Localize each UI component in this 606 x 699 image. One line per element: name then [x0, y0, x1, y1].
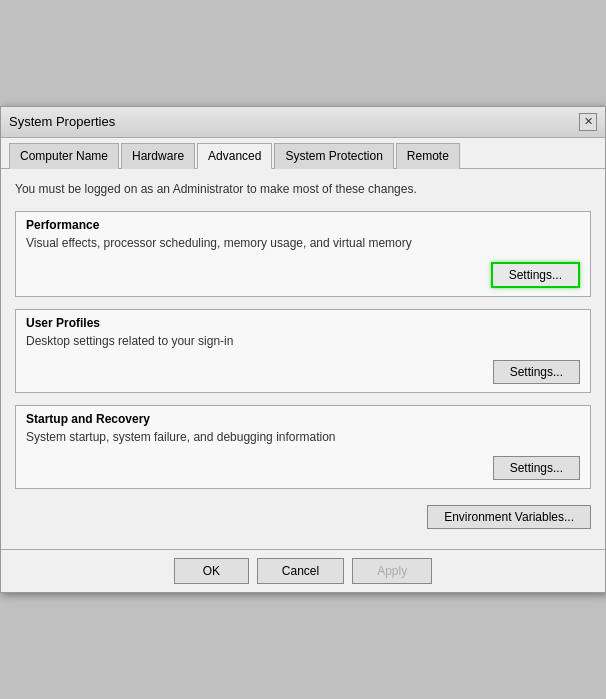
tab-content: You must be logged on as an Administrato… — [1, 169, 605, 550]
tabs-bar: Computer Name Hardware Advanced System P… — [1, 138, 605, 169]
close-button[interactable]: ✕ — [579, 113, 597, 131]
user-profiles-section: User Profiles Desktop settings related t… — [15, 309, 591, 393]
performance-desc: Visual effects, processor scheduling, me… — [16, 236, 590, 258]
system-properties-window: System Properties ✕ Computer Name Hardwa… — [0, 106, 606, 594]
startup-recovery-btn-row: Settings... — [16, 452, 590, 488]
user-profiles-desc: Desktop settings related to your sign-in — [16, 334, 590, 356]
performance-settings-button[interactable]: Settings... — [491, 262, 580, 288]
tab-system-protection[interactable]: System Protection — [274, 143, 393, 169]
performance-section: Performance Visual effects, processor sc… — [15, 211, 591, 297]
tab-remote[interactable]: Remote — [396, 143, 460, 169]
apply-button[interactable]: Apply — [352, 558, 432, 584]
cancel-button[interactable]: Cancel — [257, 558, 344, 584]
dialog-footer: OK Cancel Apply — [1, 549, 605, 592]
tab-computer-name[interactable]: Computer Name — [9, 143, 119, 169]
tab-hardware[interactable]: Hardware — [121, 143, 195, 169]
title-bar: System Properties ✕ — [1, 107, 605, 138]
admin-notice: You must be logged on as an Administrato… — [15, 181, 591, 198]
user-profiles-btn-row: Settings... — [16, 356, 590, 392]
title-bar-controls: ✕ — [579, 113, 597, 131]
tab-advanced[interactable]: Advanced — [197, 143, 272, 169]
startup-recovery-section: Startup and Recovery System startup, sys… — [15, 405, 591, 489]
user-profiles-title: User Profiles — [16, 310, 590, 334]
env-variables-row: Environment Variables... — [15, 501, 591, 537]
startup-recovery-title: Startup and Recovery — [16, 406, 590, 430]
startup-recovery-settings-button[interactable]: Settings... — [493, 456, 580, 480]
ok-button[interactable]: OK — [174, 558, 249, 584]
window-title: System Properties — [9, 114, 115, 129]
startup-recovery-desc: System startup, system failure, and debu… — [16, 430, 590, 452]
user-profiles-settings-button[interactable]: Settings... — [493, 360, 580, 384]
performance-btn-row: Settings... — [16, 258, 590, 296]
environment-variables-button[interactable]: Environment Variables... — [427, 505, 591, 529]
performance-title: Performance — [16, 212, 590, 236]
